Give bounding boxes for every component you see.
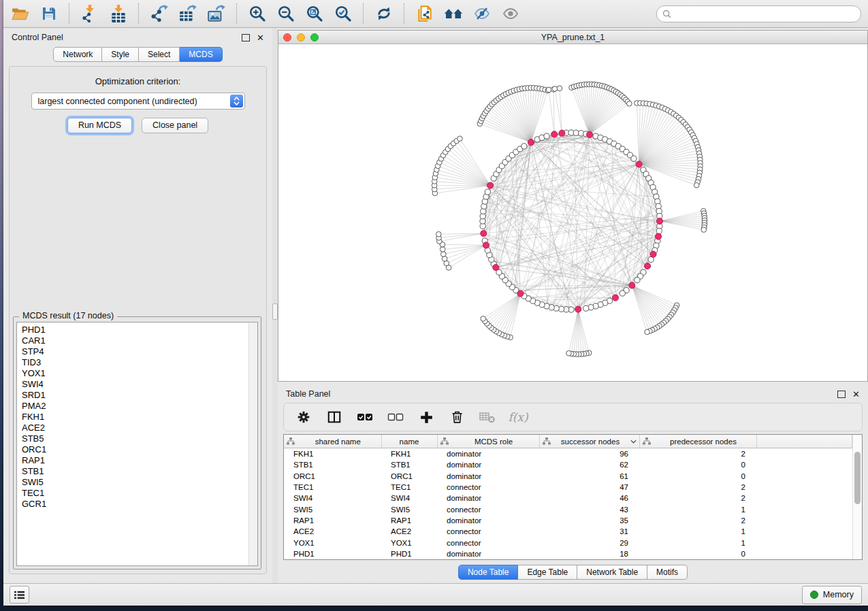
column-shared-name[interactable]: shared name: [284, 435, 381, 448]
network-node[interactable]: [645, 329, 650, 335]
splitter-handle[interactable]: [272, 303, 278, 320]
tab-motifs[interactable]: Motifs: [647, 565, 688, 580]
deselect-all-icon[interactable]: [387, 408, 404, 426]
table-cell[interactable]: FKH1: [381, 448, 437, 460]
refresh-icon[interactable]: [374, 3, 394, 24]
table-cell[interactable]: dominator: [437, 548, 539, 559]
table-cell[interactable]: STB1: [381, 459, 437, 470]
mcds-result-item[interactable]: ORC1: [22, 444, 248, 455]
network-node[interactable]: [485, 189, 490, 195]
network-node[interactable]: [481, 316, 486, 322]
mcds-result-item[interactable]: TID3: [22, 357, 248, 368]
maximize-window-icon[interactable]: [310, 33, 319, 42]
network-node[interactable]: [440, 247, 445, 252]
table-cell[interactable]: connector: [437, 537, 539, 548]
mcds-result-item[interactable]: PMA2: [22, 401, 248, 412]
table-row[interactable]: ACE2ACE2connector311: [284, 526, 852, 537]
network-node[interactable]: [552, 86, 558, 92]
table-cell[interactable]: 47: [539, 482, 639, 493]
zoom-in-icon[interactable]: [247, 3, 268, 24]
table-cell[interactable]: connector: [437, 482, 539, 493]
mcds-result-item[interactable]: SRD1: [22, 390, 248, 401]
table-cell[interactable]: 96: [539, 448, 639, 460]
add-column-icon[interactable]: [417, 408, 435, 426]
tab-style[interactable]: Style: [102, 47, 139, 62]
table-cell[interactable]: 43: [539, 503, 639, 514]
float-panel-icon[interactable]: [242, 34, 250, 42]
table-cell[interactable]: ACE2: [284, 526, 381, 537]
table-cell[interactable]: connector: [437, 526, 539, 537]
table-cell[interactable]: RAP1: [381, 515, 437, 526]
table-cell[interactable]: 62: [539, 459, 639, 470]
table-cell[interactable]: STB1: [284, 459, 381, 470]
save-icon[interactable]: [39, 3, 59, 24]
optimization-criterion-select[interactable]: largest connected component (undirected): [31, 93, 245, 110]
import-table-icon[interactable]: [108, 3, 129, 24]
first-neighbors-icon[interactable]: [443, 3, 464, 24]
table-cell[interactable]: connector: [437, 503, 539, 514]
table-scrollbar-thumb[interactable]: [854, 452, 861, 504]
network-node[interactable]: [436, 231, 441, 237]
mcds-result-item[interactable]: GCR1: [22, 499, 248, 510]
show-all-icon[interactable]: [500, 3, 521, 24]
table-row[interactable]: FKH1FKH1dominator962: [284, 448, 852, 460]
table-cell[interactable]: 29: [539, 537, 639, 548]
tab-mcds[interactable]: MCDS: [180, 47, 222, 62]
task-history-button[interactable]: [10, 586, 29, 604]
mcds-result-item[interactable]: CAR1: [22, 335, 248, 346]
network-node[interactable]: [694, 182, 699, 188]
table-cell[interactable]: 0: [639, 471, 756, 482]
close-panel-icon[interactable]: ✕: [257, 33, 264, 42]
vertical-splitter[interactable]: [272, 28, 278, 583]
table-cell[interactable]: 2: [639, 482, 756, 493]
table-row[interactable]: PHD1PHD1dominator180: [284, 548, 852, 559]
mcds-hub-node[interactable]: [483, 242, 489, 248]
mcds-result-item[interactable]: STP4: [22, 346, 248, 357]
network-node[interactable]: [544, 133, 549, 139]
mcds-hub-node[interactable]: [656, 218, 662, 224]
table-cell[interactable]: dominator: [437, 448, 539, 460]
export-network-icon[interactable]: [149, 3, 170, 24]
mcds-result-item[interactable]: YOX1: [22, 368, 248, 379]
select-all-icon[interactable]: [356, 408, 374, 426]
table-cell[interactable]: ORC1: [381, 471, 437, 482]
mcds-hub-node[interactable]: [559, 130, 565, 136]
network-node[interactable]: [566, 350, 572, 356]
table-cell[interactable]: SWI4: [381, 493, 437, 503]
tab-network[interactable]: Network: [53, 47, 102, 62]
table-cell[interactable]: 2: [639, 448, 756, 460]
table-cell[interactable]: 0: [639, 548, 756, 559]
run-mcds-button[interactable]: Run MCDS: [67, 118, 132, 133]
table-cell[interactable]: PHD1: [284, 548, 381, 559]
table-cell[interactable]: ORC1: [284, 471, 381, 482]
close-table-panel-icon[interactable]: ✕: [852, 390, 860, 399]
table-cell[interactable]: 31: [539, 526, 639, 537]
table-cell[interactable]: TEC1: [381, 482, 437, 493]
zoom-selected-icon[interactable]: [333, 3, 353, 24]
mcds-hub-node[interactable]: [644, 263, 650, 269]
tab-edge-table[interactable]: Edge Table: [518, 565, 577, 580]
minimize-window-icon[interactable]: [297, 33, 305, 42]
zoom-fit-icon[interactable]: [304, 3, 325, 24]
mcds-result-item[interactable]: SWI5: [22, 477, 248, 488]
tab-node-table[interactable]: Node Table: [458, 565, 519, 580]
network-node[interactable]: [631, 156, 637, 161]
table-cell[interactable]: 1: [639, 526, 756, 537]
table-cell[interactable]: 61: [539, 471, 639, 482]
export-table-icon[interactable]: [178, 3, 198, 24]
network-node[interactable]: [440, 252, 446, 257]
mcds-result-item[interactable]: FKH1: [22, 412, 248, 423]
table-scrollbar[interactable]: [852, 435, 862, 559]
table-cell[interactable]: YOX1: [284, 537, 381, 548]
mcds-hub-node[interactable]: [493, 265, 499, 271]
close-panel-button[interactable]: Close panel: [142, 118, 208, 133]
table-cell[interactable]: 35: [539, 515, 639, 526]
table-settings-icon[interactable]: [295, 408, 312, 426]
table-cell[interactable]: dominator: [437, 459, 539, 470]
table-cell[interactable]: 18: [539, 548, 639, 559]
table-cell[interactable]: 0: [639, 459, 756, 470]
delete-column-icon[interactable]: [448, 408, 466, 426]
network-node[interactable]: [546, 87, 551, 93]
mcds-list-scrollbar[interactable]: [248, 323, 257, 565]
mcds-hub-node[interactable]: [481, 230, 487, 236]
